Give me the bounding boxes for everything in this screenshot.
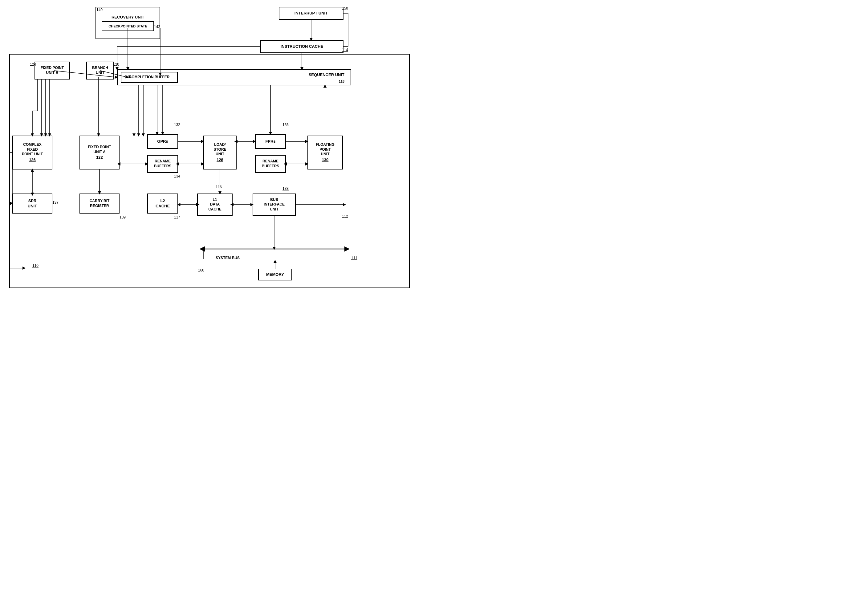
label-120: 120: [113, 62, 119, 67]
instruction-cache-label: INSTRUCTION CACHE: [281, 44, 324, 49]
branch-unit-box: BRANCHUNIT: [86, 62, 114, 79]
gprs-label: GPRs: [157, 139, 168, 144]
label-142: 142: [154, 25, 160, 29]
complex-fixed-box: COMPLEXFIXEDPOINT UNIT 126: [12, 136, 52, 170]
load-store-box: LOAD/STOREUNIT 128: [203, 136, 237, 170]
gprs-box: GPRs: [147, 134, 178, 149]
label-111: 111: [351, 256, 357, 260]
spr-unit-box: SPRUNIT: [12, 194, 52, 214]
label-114: 114: [342, 48, 348, 52]
outer-border: [9, 54, 410, 288]
bus-interface-box: BUSINTERFACEUNIT: [253, 194, 296, 216]
label-140: 140: [97, 8, 103, 12]
label-116: 116: [215, 185, 222, 189]
label-110: 110: [32, 264, 38, 268]
fixed-point-a-num: 122: [96, 155, 103, 160]
fprs-box: FPRs: [255, 134, 286, 149]
carry-bit-box: CARRY BITREGISTER: [79, 194, 120, 214]
label-136: 136: [283, 123, 289, 127]
label-112: 112: [342, 214, 348, 219]
sequencer-unit-title: SEQUENCER UNIT: [309, 72, 344, 78]
rename-buffers-left-box: RENAMEBUFFERS: [147, 155, 178, 173]
checkpointed-state-box: CHECKPOINTED STATE: [102, 21, 154, 31]
load-store-label: LOAD/STOREUNIT: [214, 142, 226, 157]
label-137: 137: [52, 200, 59, 205]
fixed-point-b-box: FIXED POINTUNIT B: [35, 62, 70, 79]
interrupt-unit-box: INTERRUPT UNIT: [279, 7, 343, 20]
interrupt-unit-label: INTERRUPT UNIT: [294, 11, 328, 16]
checkpointed-state-label: CHECKPOINTED STATE: [108, 24, 147, 28]
recovery-unit-box: RECOVERY UNIT CHECKPOINTED STATE: [95, 7, 160, 39]
label-124: 124: [30, 62, 36, 67]
label-160: 160: [198, 268, 204, 273]
label-117: 117: [174, 215, 180, 219]
label-134: 134: [174, 174, 180, 178]
complex-fixed-num: 126: [29, 157, 36, 163]
complex-fixed-label: COMPLEXFIXEDPOINT UNIT: [22, 142, 43, 157]
branch-unit-label: BRANCHUNIT: [92, 66, 108, 75]
carry-bit-label: CARRY BITREGISTER: [89, 199, 110, 208]
label-138: 138: [283, 186, 289, 191]
l2-cache-label: L2CACHE: [155, 198, 170, 209]
sequencer-unit-box: COMPLETION BUFFER 118 SEQUENCER UNIT: [117, 69, 351, 85]
memory-box: MEMORY: [258, 269, 292, 280]
label-system-bus: SYSTEM BUS: [215, 256, 240, 260]
diagram: RECOVERY UNIT CHECKPOINTED STATE INTERRU…: [0, 0, 420, 308]
bus-interface-label: BUSINTERFACEUNIT: [264, 198, 285, 212]
memory-label: MEMORY: [266, 272, 284, 277]
fixed-point-a-box: FIXED POINTUNIT A 122: [79, 136, 120, 170]
label-148: 148: [125, 75, 131, 79]
label-132: 132: [174, 123, 180, 127]
fprs-label: FPRs: [265, 139, 275, 144]
fixed-point-b-label: FIXED POINTUNIT B: [41, 66, 64, 75]
l1-data-cache-box: L1DATACACHE: [197, 194, 233, 216]
floating-point-num: 130: [322, 157, 329, 163]
completion-buffer-label: COMPLETION BUFFER: [129, 75, 170, 80]
floating-point-label: FLOATINGPOINTUNIT: [316, 142, 334, 157]
rename-buffers-left-label: RENAMEBUFFERS: [154, 159, 171, 169]
l1-data-cache-label: L1DATACACHE: [208, 198, 221, 212]
l2-cache-box: L2CACHE: [147, 194, 178, 214]
spr-unit-label: SPRUNIT: [28, 198, 37, 209]
sequencer-unit-label: 118: [339, 79, 344, 84]
floating-point-box: FLOATINGPOINTUNIT 130: [308, 136, 343, 170]
label-139: 139: [120, 215, 126, 219]
fixed-point-a-label: FIXED POINTUNIT A: [88, 145, 111, 154]
rename-buffers-right-box: RENAMEBUFFERS: [255, 155, 286, 173]
load-store-num: 128: [217, 157, 223, 163]
instruction-cache-box: INSTRUCTION CACHE: [260, 40, 343, 53]
label-150: 150: [342, 6, 348, 10]
rename-buffers-right-label: RENAMEBUFFERS: [262, 159, 280, 169]
recovery-unit-label: RECOVERY UNIT: [111, 15, 144, 20]
